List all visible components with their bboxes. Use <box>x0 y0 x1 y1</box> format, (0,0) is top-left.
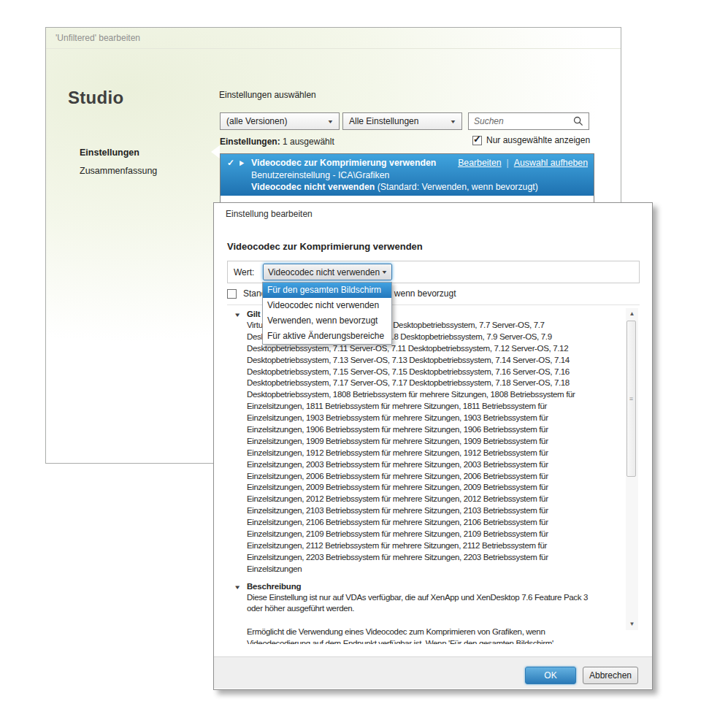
applies-to-line: Einzelsitzungen, 2103 Betriebssystem für… <box>247 505 615 517</box>
cancel-button[interactable]: Abbrechen <box>583 667 638 684</box>
applies-to-line: Einzelsitzungen <box>247 564 615 575</box>
chevron-down-icon: ▼ <box>450 119 456 124</box>
dialog-footer: OK Abbrechen <box>214 656 652 689</box>
studio-logo: Studio <box>68 88 123 108</box>
wizard-step-zusammenfassung[interactable]: Zusammenfassung <box>80 166 157 176</box>
window-title: 'Unfiltered' bearbeiten <box>55 33 140 43</box>
edit-setting-dialog: Einstellung bearbeiten Videocodec zur Ko… <box>213 202 653 690</box>
scrollbar-thumb[interactable]: ≡ <box>627 321 636 477</box>
show-selected-only-row: ✓ Nur ausgewählte anzeigen <box>472 135 590 145</box>
selected-setting-row[interactable]: ✓ ▶ Videocodec zur Komprimierung verwend… <box>221 154 594 196</box>
category-filter-dropdown[interactable]: Alle Einstellungen ▼ <box>342 112 462 130</box>
applies-to-line: Einzelsitzungen, 2012 Betriebssystem für… <box>247 494 615 505</box>
combo-option[interactable]: Für den gesamten Bildschirm <box>263 283 391 298</box>
applies-to-line: Desktopbetriebssystem, 1808 Betriebssyst… <box>247 389 615 401</box>
settings-count-value: 1 ausgewählt <box>283 137 334 147</box>
setting-details: ▼ Gilt für die folgenden VDA-Versionen V… <box>234 308 615 644</box>
scroll-down-icon[interactable]: ▼ <box>626 618 638 630</box>
wizard-step-einstellungen[interactable]: Einstellungen <box>80 147 139 158</box>
dialog-title: Einstellung bearbeiten <box>226 209 313 219</box>
expander-open-icon: ▼ <box>234 582 250 594</box>
value-combobox[interactable]: Videocodec nicht verwenden ▼ <box>263 264 392 280</box>
search-input[interactable]: Suchen <box>468 112 589 130</box>
value-panel: Wert: Videocodec nicht verwenden ▼ <box>227 261 640 283</box>
applies-to-line: Einzelsitzungen, 2109 Betriebssystem für… <box>247 529 615 540</box>
combo-option[interactable]: Für aktive Änderungsbereiche <box>263 329 391 344</box>
description-clipped-line: Videodecodierung auf dem Endpunkt verfüg… <box>247 638 615 644</box>
thumb-grip-icon: ≡ <box>627 394 635 403</box>
edit-link[interactable]: Bearbeiten <box>458 158 501 168</box>
value-label: Wert: <box>234 267 254 277</box>
setting-current-value: Videocodec nicht verwenden <box>251 182 375 192</box>
applies-to-line: Desktopbetriebssystem, 7.15 Server-OS, 7… <box>247 367 615 378</box>
description-line <box>247 615 615 627</box>
applies-to-line: Einzelsitzungen, 2006 Betriebssystem für… <box>247 471 615 483</box>
applies-to-line: Einzelsitzungen, 2009 Betriebssystem für… <box>247 482 615 494</box>
search-placeholder: Suchen <box>474 116 504 126</box>
expander-icon[interactable]: ▶ <box>240 159 251 166</box>
applies-to-line: Einzelsitzungen, 1903 Betriebssystem für… <box>247 413 615 424</box>
header-separator <box>46 48 621 49</box>
link-separator: | <box>507 158 509 168</box>
applies-to-line: Desktopbetriebssystem, 7.11 Server-OS, 7… <box>247 343 615 355</box>
deselect-link[interactable]: Auswahl aufheben <box>514 158 588 168</box>
description-header-row[interactable]: ▼ Beschreibung <box>234 581 615 592</box>
applies-to-line: Einzelsitzungen, 2106 Betriebssystem für… <box>247 517 615 529</box>
show-selected-only-label: Nur ausgewählte anzeigen <box>486 135 590 145</box>
description-lines: Diese Einstellung ist nur auf VDAs verfü… <box>234 592 615 639</box>
show-selected-only-checkbox[interactable]: ✓ <box>472 136 482 145</box>
setting-title: Videocodec zur Komprimierung verwenden <box>251 158 436 168</box>
settings-count-label: Einstellungen: <box>220 137 280 147</box>
combo-option[interactable]: Verwenden, wenn bevorzugt <box>263 313 391 329</box>
description-header: Beschreibung <box>247 581 301 592</box>
use-default-checkbox[interactable] <box>227 289 237 299</box>
applies-to-line: Einzelsitzungen, 2203 Betriebssystem für… <box>247 552 615 564</box>
description-line: Ermöglicht die Verwendung eines Videocod… <box>247 627 615 638</box>
applies-to-line: Einzelsitzungen, 1912 Betriebssystem für… <box>247 448 615 459</box>
ok-button[interactable]: OK <box>525 667 576 684</box>
scroll-up-icon[interactable]: ▲ <box>626 308 638 320</box>
applies-to-line: Einzelsitzungen, 1811 Betriebssystem für… <box>247 401 615 413</box>
applies-to-line: Einzelsitzungen, 2003 Betriebssystem für… <box>247 459 615 471</box>
applies-to-line: Einzelsitzungen, 1906 Betriebssystem für… <box>247 424 615 436</box>
check-icon: ✓ <box>227 158 240 168</box>
version-filter-value: (alle Versionen) <box>226 116 287 126</box>
combobox-value: Videocodec nicht verwenden <box>268 267 380 277</box>
setting-default-note: (Standard: Verwenden, wenn bevorzugt) <box>378 182 538 192</box>
combo-option[interactable]: Videocodec nicht verwenden <box>263 298 391 313</box>
vertical-scrollbar[interactable]: ▲ ≡ ▼ <box>626 308 638 630</box>
picker-heading: Einstellungen auswählen <box>219 90 316 100</box>
setting-value-line: Videocodec nicht verwenden (Standard: Ve… <box>251 182 538 192</box>
settings-count: Einstellungen: 1 ausgewählt <box>220 137 334 147</box>
applies-to-line: Desktopbetriebssystem, 7.13 Server-OS, 7… <box>247 355 615 367</box>
search-icon <box>573 116 583 126</box>
applies-to-line: Einzelsitzungen, 1909 Betriebssystem für… <box>247 436 615 448</box>
chevron-down-icon: ▼ <box>327 119 334 124</box>
description-line: Diese Einstellung ist nur auf VDAs verfü… <box>247 592 615 604</box>
check-icon: ✓ <box>473 134 481 145</box>
version-filter-dropdown[interactable]: (alle Versionen) ▼ <box>220 112 340 130</box>
setting-heading: Videocodec zur Komprimierung verwenden <box>227 241 423 252</box>
category-filter-value: Alle Einstellungen <box>349 116 418 126</box>
active-step-notch <box>211 145 220 158</box>
applies-to-line: Einzelsitzungen, 2112 Betriebssystem für… <box>247 540 615 552</box>
applies-to-lines: Virtual Delivery Agent: 7.6 Server-OS, 7… <box>234 320 615 575</box>
expander-open-icon: ▼ <box>234 310 250 321</box>
setting-category: Benutzereinstellung - ICA\Grafiken <box>251 170 389 180</box>
combobox-popup: Für den gesamten BildschirmVideocodec ni… <box>262 282 392 345</box>
applies-to-line: Desktopbetriebssystem, 7.17 Server-OS, 7… <box>247 378 615 389</box>
description-line: oder höher ausgeführt werden. <box>247 603 615 615</box>
chevron-down-icon: ▼ <box>381 269 388 275</box>
